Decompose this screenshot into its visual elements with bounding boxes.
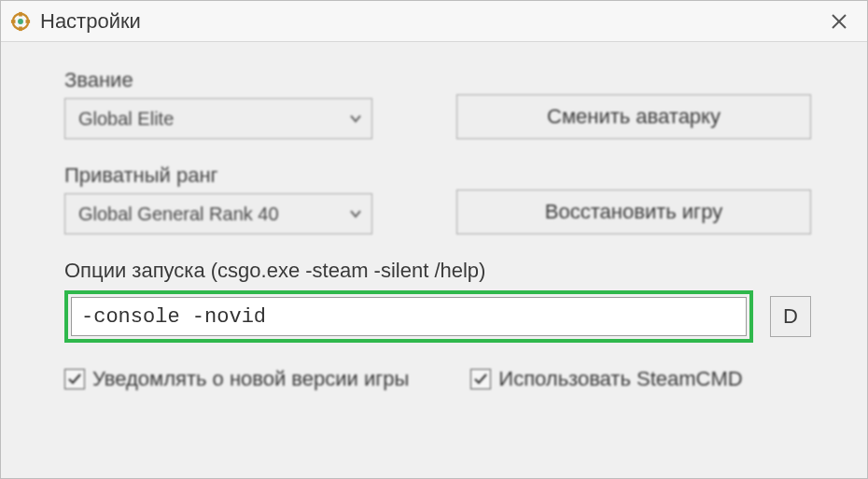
- private-rank-value: Global General Rank 40: [78, 204, 279, 225]
- svg-rect-3: [19, 26, 22, 31]
- private-rank-label: Приватный ранг: [64, 163, 400, 188]
- check-icon: [473, 372, 488, 387]
- restore-game-button[interactable]: Восстановить игру: [456, 190, 811, 234]
- titlebar: Настройки: [1, 1, 867, 42]
- check-icon: [67, 372, 82, 387]
- launch-options-label: Опции запуска (csgo.exe -steam -silent /…: [64, 259, 811, 283]
- checkbox-box: [64, 369, 85, 389]
- rank-value: Global Elite: [78, 108, 174, 130]
- d-button[interactable]: D: [770, 296, 811, 337]
- window-title: Настройки: [40, 9, 820, 34]
- restore-game-label: Восстановить игру: [545, 200, 722, 224]
- content-area: Звание Global Elite Сменить аватарку: [1, 42, 867, 391]
- close-button[interactable]: [820, 3, 858, 40]
- use-steamcmd-label: Использовать SteamCMD: [498, 367, 742, 391]
- launch-options-input[interactable]: [71, 297, 747, 336]
- private-rank-select[interactable]: Global General Rank 40: [64, 193, 372, 234]
- svg-rect-5: [26, 20, 31, 23]
- launch-input-highlight: [64, 290, 753, 343]
- svg-point-1: [18, 19, 23, 24]
- notify-update-checkbox[interactable]: Уведомлять о новой версии игры: [64, 367, 409, 391]
- chevron-down-icon: [349, 209, 362, 218]
- notify-update-label: Уведомлять о новой версии игры: [92, 367, 409, 391]
- rank-label: Звание: [64, 68, 400, 92]
- use-steamcmd-checkbox[interactable]: Использовать SteamCMD: [470, 367, 742, 391]
- settings-window: Настройки Звание Global Elite: [0, 0, 868, 479]
- change-avatar-button[interactable]: Сменить аватарку: [456, 94, 811, 139]
- checkbox-box: [470, 369, 491, 389]
- svg-rect-2: [19, 11, 22, 16]
- change-avatar-label: Сменить аватарку: [547, 105, 721, 129]
- close-icon: [831, 13, 847, 30]
- svg-rect-4: [11, 20, 16, 23]
- rank-select[interactable]: Global Elite: [64, 98, 372, 139]
- app-icon: [10, 11, 31, 32]
- chevron-down-icon: [349, 114, 362, 123]
- d-button-label: D: [783, 304, 798, 329]
